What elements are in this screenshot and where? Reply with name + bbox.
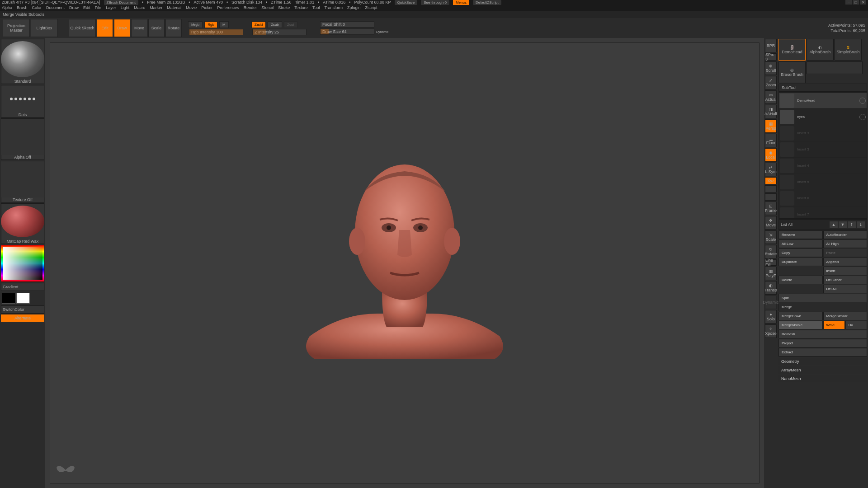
zcut-button[interactable]: Zcut [284, 21, 297, 28]
down-icon[interactable]: ▼ [839, 221, 847, 228]
subtool-row[interactable]: Insert 4 [779, 158, 867, 174]
subtool-row[interactable]: Insert 7 [779, 206, 867, 219]
aahalf-button[interactable]: ◨AAHalf [765, 105, 777, 118]
remesh-section[interactable]: Remesh [778, 330, 867, 338]
nav-scale-button[interactable]: ⇲Scale [765, 230, 777, 244]
subtool-row[interactable]: Insert 5 [779, 174, 867, 190]
alllow-button[interactable]: All Low [778, 239, 823, 248]
spix-slider[interactable]: SPix 3 [765, 53, 777, 61]
black-swatch[interactable] [2, 293, 15, 304]
y-button[interactable] [765, 185, 777, 192]
frame-button[interactable]: ⊡Frame [765, 202, 777, 215]
brush-selector[interactable]: Standard [1, 39, 44, 84]
zadd-button[interactable]: Zadd [251, 21, 266, 28]
tool-alphabrush[interactable]: ◐AlphaBrush [807, 39, 834, 61]
merge-section[interactable]: Merge [778, 303, 867, 311]
allhigh-button[interactable]: All High [823, 239, 868, 248]
menu-stencil[interactable]: Stencil [261, 5, 274, 10]
switch-color-button[interactable]: SwitchColor [1, 305, 44, 314]
subtool-row[interactable]: eyes [779, 109, 867, 125]
scroll-button[interactable]: ⊕Scroll [765, 61, 777, 75]
tool-large-thumb[interactable] [807, 61, 863, 74]
close-button[interactable]: ✕ [860, 0, 866, 5]
focal-shift-slider[interactable]: Focal Shift 0 [320, 21, 374, 28]
menu-stroke[interactable]: Stroke [278, 5, 290, 10]
tool-simplebrush[interactable]: SSimpleBrush [835, 39, 862, 61]
linefill-button[interactable]: Line Fill [765, 259, 777, 266]
tool-demohead[interactable]: 🗿DemoHead [778, 39, 806, 61]
menu-marker[interactable]: Marker [150, 5, 162, 10]
paste-button[interactable]: Paste [823, 249, 868, 257]
nav-rotate-button[interactable]: ↻Rotate [765, 245, 777, 258]
m-button[interactable]: M [219, 21, 229, 28]
project-section[interactable]: Project [778, 339, 867, 347]
z-button[interactable] [765, 193, 777, 201]
menu-file[interactable]: File [95, 5, 102, 10]
up-icon[interactable]: ▲ [830, 221, 838, 228]
subtool-row[interactable]: Insert 6 [779, 190, 867, 206]
rgb-intensity-slider[interactable]: Rgb Intensity 100 [189, 29, 243, 35]
delall-button[interactable]: Del All [823, 285, 868, 293]
bottom-icon[interactable]: ⤓ [857, 221, 865, 228]
menu-document[interactable]: Document [46, 5, 65, 10]
menu-macro[interactable]: Macro [134, 5, 145, 10]
seethrough[interactable]: See-through 0 [421, 0, 449, 5]
copy-button[interactable]: Copy [778, 249, 823, 257]
material-selector[interactable]: MatCap Red Wax [1, 203, 44, 244]
draw-size-slider[interactable]: Draw Size 64 [320, 28, 374, 35]
dynamic-label[interactable]: Dynamic [376, 30, 388, 33]
menu-picker[interactable]: Picker [201, 5, 212, 10]
move-button[interactable]: Move [131, 19, 147, 37]
transp-button[interactable]: ◐Transp [765, 281, 777, 295]
lsym-button[interactable]: ⇄L.Sym [765, 163, 777, 176]
extract-section[interactable]: Extract [778, 348, 867, 357]
menus-button[interactable]: Menus [453, 0, 469, 5]
menu-transform[interactable]: Transform [324, 5, 343, 10]
top-icon[interactable]: ⤒ [848, 221, 856, 228]
subtool-row[interactable]: Insert 3 [779, 125, 867, 141]
append-button[interactable]: Append [823, 258, 868, 266]
subtool-list[interactable]: DemoHead eyes Insert 3 Insert 3 Insert 4… [778, 92, 867, 219]
menu-layer[interactable]: Layer [106, 5, 116, 10]
menu-render[interactable]: Render [244, 5, 257, 10]
stroke-selector[interactable]: Dots [1, 85, 44, 117]
canvas[interactable] [45, 38, 764, 488]
xpose-button[interactable]: ✧Xpose [765, 324, 777, 338]
menu-movie[interactable]: Movie [186, 5, 197, 10]
menu-material[interactable]: Material [167, 5, 181, 10]
mergevisible-button[interactable]: MergeVisible [778, 321, 823, 329]
rgb-button[interactable]: Rgb [204, 21, 217, 28]
mrgb-button[interactable]: Mrgb [188, 21, 203, 28]
menu-zplugin[interactable]: Zplugin [347, 5, 361, 10]
insert-button[interactable]: Insert [823, 267, 868, 275]
nav-move-button[interactable]: ✥Move [765, 216, 777, 230]
autoreorder-button[interactable]: AutoReorder [823, 230, 868, 239]
subtool-header[interactable]: SubTool [778, 84, 867, 92]
menu-brush[interactable]: Brush [17, 5, 28, 10]
menu-light[interactable]: Light [121, 5, 130, 10]
eye-icon[interactable] [859, 114, 866, 120]
geometry-section[interactable]: Geometry [778, 358, 867, 365]
arraymesh-section[interactable]: ArrayMesh [778, 366, 867, 374]
white-swatch[interactable] [16, 293, 30, 304]
texture-selector[interactable]: Texture Off [1, 161, 44, 202]
edit-button[interactable]: Edit [97, 19, 113, 37]
menu-draw[interactable]: Draw [69, 5, 79, 10]
dynamic-button[interactable]: Dynamic [765, 296, 777, 309]
uv-button[interactable]: Uv [845, 321, 867, 329]
alpha-selector[interactable]: Alpha Off [1, 118, 44, 160]
max-button[interactable]: □ [853, 0, 859, 5]
mergedown-button[interactable]: MergeDown [778, 312, 823, 320]
menu-zscript[interactable]: Zscript [365, 5, 377, 10]
split-section[interactable]: Split [778, 294, 867, 302]
delother-button[interactable]: Del Other [823, 276, 868, 284]
bpr-button[interactable]: BPR [765, 39, 777, 52]
nanomesh-section[interactable]: NanoMesh [778, 375, 867, 382]
mergesimilar-button[interactable]: MergeSimilar [823, 312, 868, 320]
polyf-button[interactable]: ▦PolyF [765, 267, 777, 280]
alternate-button[interactable]: Alternate [1, 314, 44, 322]
weld-button[interactable]: Weld [823, 321, 845, 329]
menu-color[interactable]: Color [32, 5, 42, 10]
actual-button[interactable]: ▭Actual [765, 90, 777, 104]
projection-master-button[interactable]: Projection Master [3, 19, 30, 37]
